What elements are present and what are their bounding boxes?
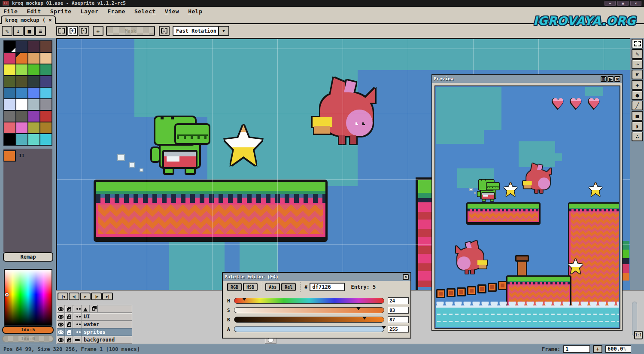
menu-item-frame[interactable]: Frame	[107, 8, 125, 15]
menu-item-sprite[interactable]: Sprite	[50, 8, 72, 15]
eye-toggle[interactable]	[57, 328, 65, 336]
timeline-zoom-button[interactable]: 1:1	[634, 331, 643, 339]
palette-swatch[interactable]	[4, 99, 15, 110]
cursor-header-cell[interactable]	[81, 305, 89, 313]
eye-toggle[interactable]	[57, 336, 65, 344]
palette-swatch[interactable]	[28, 111, 39, 122]
tool-blur[interactable]: ●	[632, 90, 643, 100]
tool-move[interactable]: ✚	[632, 80, 643, 90]
palette-swatch[interactable]	[16, 88, 27, 98]
slider-marker[interactable]	[362, 317, 367, 322]
menu-item-layer[interactable]: Layer	[81, 8, 99, 15]
tool-rectangular-marquee[interactable]	[632, 39, 643, 49]
palette-swatch[interactable]	[16, 53, 27, 64]
slider-track-h[interactable]	[234, 298, 384, 304]
tool-hand[interactable]: ☛	[632, 70, 643, 79]
palette-swatch[interactable]	[28, 134, 39, 145]
marquee-plus-button[interactable]	[67, 26, 78, 36]
tool-pencil[interactable]: ✎	[632, 49, 643, 59]
close-icon[interactable]: ×	[614, 76, 620, 82]
tool-line[interactable]: ╱	[632, 101, 643, 110]
play-button[interactable]: ▶	[80, 293, 91, 300]
palette-swatch[interactable]	[28, 64, 39, 75]
rotation-algorithm-dropdown[interactable]: Fast Rotation ▼	[173, 26, 229, 36]
center-icon[interactable]: ⊞	[601, 76, 607, 82]
tool-spray[interactable]: ∴	[632, 131, 643, 141]
palette-swatch[interactable]	[4, 134, 15, 145]
remap-button[interactable]: Remap	[3, 252, 53, 262]
mode-button-hsb[interactable]: HSB	[243, 283, 258, 291]
mode-button-rgb[interactable]: RGB	[227, 283, 242, 291]
ref-button-rel[interactable]: Rel	[281, 283, 296, 291]
palette-swatch[interactable]	[16, 41, 27, 52]
preview-title-bar[interactable]: Preview ⊞▶×	[432, 75, 622, 83]
chevron-down-icon[interactable]: ▼	[218, 27, 228, 35]
play-icon[interactable]: ▶	[608, 76, 614, 82]
palette-swatch[interactable]	[16, 99, 27, 110]
palette-editor-title-bar[interactable]: Palette Editor (F4) ×	[223, 273, 410, 281]
palette-swatch[interactable]	[4, 122, 15, 133]
restore-button[interactable]: ▣	[617, 1, 629, 6]
layer-name[interactable]: UI	[81, 313, 132, 320]
menu-item-edit[interactable]: Edit	[27, 8, 41, 15]
palette-swatch[interactable]	[28, 88, 39, 98]
slider-track-b[interactable]	[234, 317, 384, 323]
eye-toggle[interactable]	[57, 320, 65, 328]
palette-swatch[interactable]	[4, 76, 15, 87]
prev-frame-button[interactable]: ◀|	[69, 293, 79, 300]
palette-swatch[interactable]	[4, 53, 15, 64]
layer-name[interactable]: water	[81, 320, 132, 328]
link-toggle[interactable]	[73, 328, 81, 336]
copy-header-cell[interactable]	[89, 305, 97, 313]
lock-toggle[interactable]	[65, 328, 73, 336]
palette-swatch[interactable]	[40, 76, 52, 87]
pencil-button[interactable]: ✎	[2, 26, 12, 36]
skip-start-button[interactable]: |◀	[58, 293, 68, 300]
palette-swatch[interactable]	[16, 111, 27, 122]
palette-swatch[interactable]	[16, 122, 27, 133]
palette-swatch[interactable]	[40, 64, 52, 75]
document-tab[interactable]: kroq mockup ( ×	[1, 15, 56, 24]
palette-swatch[interactable]	[40, 53, 52, 64]
sparkle-selection-button[interactable]: ✳	[93, 26, 103, 36]
link-header-cell[interactable]	[73, 305, 81, 313]
palette-swatch[interactable]	[28, 76, 39, 87]
eye-toggle[interactable]	[57, 313, 65, 320]
tool-eyedropper[interactable]: ✑	[632, 59, 643, 69]
eye-header-cell[interactable]	[57, 305, 65, 313]
palette-swatch[interactable]	[16, 134, 27, 145]
layer-name[interactable]: background	[81, 336, 132, 344]
palette-swatch[interactable]	[28, 122, 39, 133]
lock-toggle[interactable]	[65, 336, 73, 344]
slider-value[interactable]: 255	[388, 326, 409, 333]
slider-marker[interactable]	[356, 307, 361, 312]
next-frame-button[interactable]: |▶	[91, 293, 102, 300]
slider-value[interactable]: 24	[388, 297, 409, 304]
palette-swatch[interactable]	[40, 88, 52, 98]
palette-swatch[interactable]	[40, 111, 52, 122]
slider-marker[interactable]	[382, 326, 386, 331]
color-spectrum-picker[interactable]	[4, 269, 52, 326]
palette-swatch[interactable]	[28, 53, 39, 64]
palette-swatch[interactable]	[4, 111, 15, 122]
palette-swatch[interactable]	[40, 41, 52, 52]
tool-contour[interactable]: ◗	[632, 121, 643, 131]
link-toggle[interactable]	[73, 320, 81, 328]
close-button[interactable]: ×	[630, 1, 641, 6]
palette-swatch[interactable]	[16, 76, 27, 87]
marquee-minus-button[interactable]	[79, 26, 89, 36]
menu-item-help[interactable]: Help	[188, 8, 202, 15]
tool-rectangle[interactable]: ■	[632, 111, 643, 121]
square-button[interactable]: ■	[24, 26, 35, 36]
slider-value[interactable]: 83	[388, 307, 409, 314]
palette-swatch[interactable]	[16, 64, 27, 75]
palette-swatch[interactable]	[4, 41, 15, 52]
close-icon[interactable]: ×	[403, 274, 409, 280]
tab-close-icon[interactable]: ×	[49, 17, 52, 23]
palette-swatch-selected[interactable]	[3, 150, 16, 162]
frame-number-input[interactable]	[563, 345, 590, 353]
lock-toggle[interactable]	[65, 320, 73, 328]
menu-item-view[interactable]: View	[165, 8, 179, 15]
ref-button-abs[interactable]: Abs	[265, 283, 280, 291]
slider-value[interactable]: 87	[388, 316, 409, 323]
